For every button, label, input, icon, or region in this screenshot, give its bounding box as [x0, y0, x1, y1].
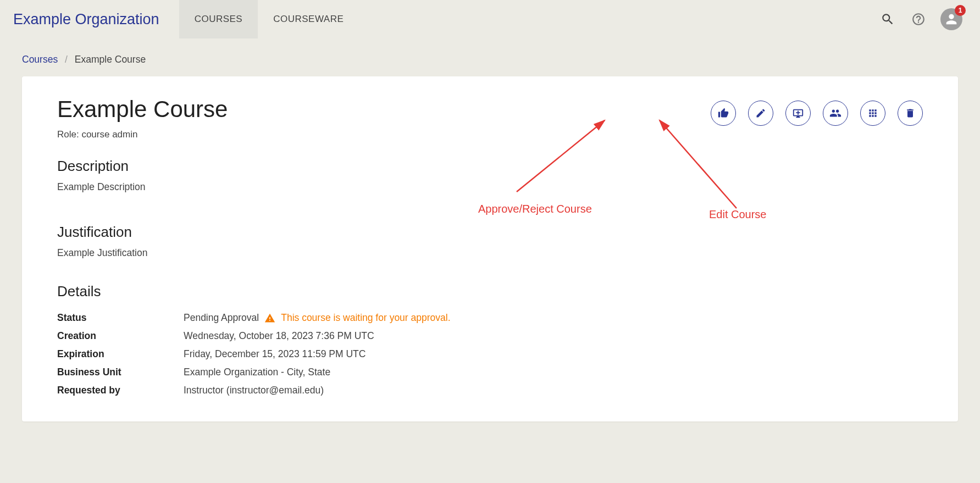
approve-reject-button[interactable] — [711, 101, 736, 126]
creation-label: Creation — [57, 330, 184, 342]
annotation-edit-label: Edit Course — [709, 208, 767, 221]
requestedby-label: Requested by — [57, 385, 184, 396]
tab-courseware[interactable]: COURSEWARE — [258, 0, 359, 38]
course-card: Example Course Role: course admin D — [22, 76, 958, 421]
trash-icon — [905, 108, 916, 119]
creation-value: Wednesday, October 18, 2023 7:36 PM UTC — [184, 330, 374, 342]
expiration-value: Friday, December 15, 2023 11:59 PM UTC — [184, 348, 366, 360]
breadcrumb-separator: / — [65, 54, 68, 65]
details-heading: Details — [57, 283, 923, 300]
status-label: Status — [57, 312, 184, 324]
user-avatar[interactable]: 1 — [940, 8, 962, 30]
requestedby-value: Instructor (instructor@email.edu) — [184, 385, 324, 396]
help-button[interactable] — [910, 10, 927, 28]
org-title: Example Organization — [13, 11, 159, 28]
bu-label: Business Unit — [57, 367, 184, 378]
screen-plus-icon — [792, 107, 804, 119]
status-value: Pending Approval — [184, 312, 259, 324]
bu-value: Example Organization - City, State — [184, 367, 330, 378]
breadcrumb-root[interactable]: Courses — [22, 54, 58, 65]
edit-button[interactable] — [748, 101, 773, 126]
warning-icon — [264, 313, 275, 324]
members-button[interactable] — [823, 101, 848, 126]
thumbs-up-icon — [718, 108, 729, 119]
breadcrumb-current: Example Course — [75, 54, 146, 65]
people-icon — [829, 107, 841, 119]
add-content-button[interactable] — [785, 101, 811, 126]
justification-heading: Justification — [57, 224, 923, 241]
app-header: Example Organization COURSES COURSEWARE … — [0, 0, 980, 38]
course-title: Example Course — [57, 96, 228, 123]
annotation-approve-label: Approve/Reject Course — [478, 203, 592, 215]
action-button-row — [711, 96, 923, 126]
status-warning: This course is waiting for your approval… — [281, 312, 450, 324]
details-table: Status Pending Approval This course is w… — [57, 309, 923, 399]
search-icon — [881, 12, 895, 26]
tab-courses[interactable]: COURSES — [179, 0, 258, 38]
nav-tabs: COURSES COURSEWARE — [179, 0, 359, 38]
help-icon — [911, 12, 926, 26]
pencil-icon — [755, 108, 766, 119]
header-actions: 1 — [879, 8, 962, 30]
expiration-label: Expiration — [57, 348, 184, 360]
justification-body: Example Justification — [57, 247, 923, 259]
breadcrumb: Courses / Example Course — [0, 38, 980, 76]
description-heading: Description — [57, 158, 923, 175]
grid-button[interactable] — [860, 101, 885, 126]
notification-badge: 1 — [955, 5, 966, 16]
description-body: Example Description — [57, 181, 923, 193]
role-line: Role: course admin — [57, 129, 228, 140]
grid-icon — [867, 108, 878, 119]
delete-button[interactable] — [898, 101, 923, 126]
search-button[interactable] — [879, 10, 896, 28]
